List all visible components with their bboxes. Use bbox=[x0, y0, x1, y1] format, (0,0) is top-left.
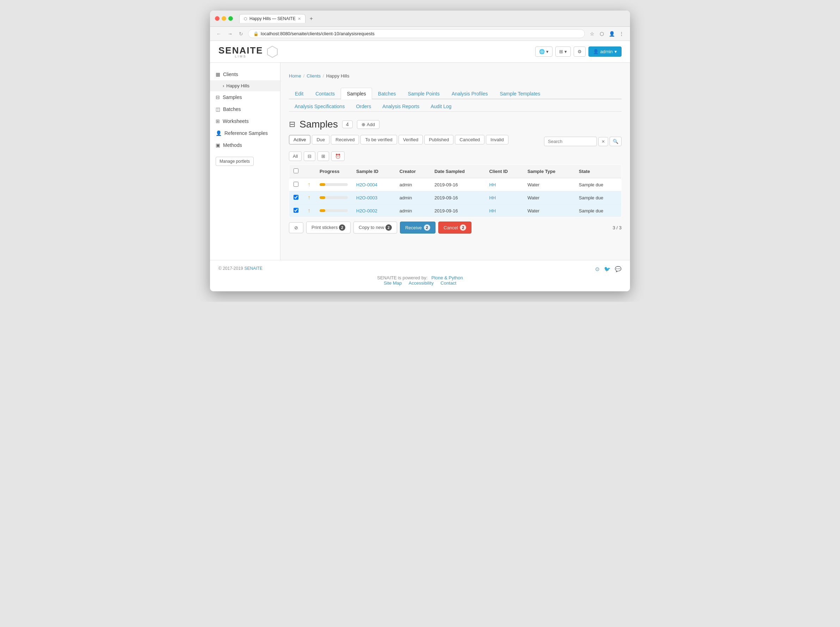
sidebar-item-clients[interactable]: ▦ Clients bbox=[210, 68, 280, 80]
status-filters: Active Due Received To be verified Verif… bbox=[289, 135, 508, 145]
tab-analysis-reports[interactable]: Analysis Reports bbox=[377, 101, 425, 111]
search-clear-button[interactable]: ✕ bbox=[598, 137, 608, 146]
samples-count-badge: 4 bbox=[342, 120, 353, 128]
sidebar-item-methods[interactable]: ▣ Methods bbox=[210, 139, 280, 151]
breadcrumb-home[interactable]: Home bbox=[289, 73, 301, 79]
row-checkbox-cell[interactable] bbox=[289, 204, 303, 217]
tab-close-icon[interactable]: ✕ bbox=[298, 17, 301, 21]
new-tab-button[interactable]: + bbox=[307, 15, 315, 22]
plone-python-link[interactable]: Plone & Python bbox=[431, 275, 463, 280]
search-go-button[interactable]: 🔍 bbox=[610, 137, 621, 146]
site-map-link[interactable]: Site Map bbox=[384, 280, 402, 286]
up-arrow-icon: ↑ bbox=[307, 208, 310, 213]
methods-icon: ▣ bbox=[216, 142, 220, 148]
active-tab[interactable]: ⬡ Happy Hills — SENAITE ✕ bbox=[239, 14, 306, 23]
row-checkbox-cell[interactable] bbox=[289, 178, 303, 191]
tab-edit[interactable]: Edit bbox=[289, 88, 309, 99]
sample-id-link[interactable]: H2O-0003 bbox=[356, 195, 377, 200]
filter-due[interactable]: Due bbox=[312, 135, 329, 145]
client-id-link[interactable]: HH bbox=[489, 195, 496, 200]
tab-audit-log[interactable]: Audit Log bbox=[425, 101, 457, 111]
clear-action-button[interactable]: ⊘ bbox=[289, 222, 303, 233]
chat-icon[interactable]: 💬 bbox=[615, 266, 621, 272]
tab-sample-points[interactable]: Sample Points bbox=[402, 88, 445, 99]
add-button[interactable]: ⊕ Add bbox=[357, 120, 380, 129]
star-icon[interactable]: ☆ bbox=[588, 30, 596, 37]
clock-button[interactable]: ⏰ bbox=[331, 151, 345, 161]
tab-analysis-specifications[interactable]: Analysis Specifications bbox=[289, 101, 350, 111]
github-icon[interactable]: ⊙ bbox=[595, 266, 600, 272]
tab-samples[interactable]: Samples bbox=[341, 88, 372, 99]
row-checkbox[interactable] bbox=[293, 208, 298, 213]
tab-contacts[interactable]: Contacts bbox=[309, 88, 341, 99]
select-all-checkbox[interactable] bbox=[293, 169, 298, 173]
sidebar-item-reference-samples[interactable]: 👤 Reference Samples bbox=[210, 127, 280, 139]
twitter-icon[interactable]: 🐦 bbox=[604, 266, 611, 272]
globe-button[interactable]: 🌐 ▾ bbox=[535, 47, 553, 57]
accessibility-link[interactable]: Accessibility bbox=[409, 280, 434, 286]
contact-link[interactable]: Contact bbox=[440, 280, 456, 286]
maximize-button[interactable] bbox=[229, 16, 233, 21]
url-bar[interactable]: 🔒 localhost:8080/senaite/clients/client-… bbox=[248, 29, 585, 38]
print-stickers-button[interactable]: Print stickers 2 bbox=[306, 222, 351, 233]
extension-icon[interactable]: ⬡ bbox=[598, 30, 605, 37]
tab-analysis-profiles[interactable]: Analysis Profiles bbox=[446, 88, 494, 99]
row-creator-cell: admin bbox=[396, 191, 430, 204]
sidebar-item-batches[interactable]: ◫ Batches bbox=[210, 103, 280, 115]
col-client-id: Client ID bbox=[485, 165, 523, 178]
profile-icon[interactable]: 👤 bbox=[608, 30, 615, 37]
back-button[interactable]: ← bbox=[215, 30, 223, 37]
client-id-link[interactable]: HH bbox=[489, 208, 496, 213]
receive-button[interactable]: Receive 2 bbox=[400, 222, 435, 233]
bottom-actions: ⊘ Print stickers 2 Copy to new 2 Receive… bbox=[289, 222, 621, 233]
breadcrumb-clients[interactable]: Clients bbox=[307, 73, 321, 79]
manage-portlets-button[interactable]: Manage portlets bbox=[216, 157, 254, 166]
settings-button[interactable]: ⚙ bbox=[574, 47, 586, 57]
row-creator-cell: admin bbox=[396, 204, 430, 217]
client-id-link[interactable]: HH bbox=[489, 182, 496, 187]
filter-verified[interactable]: Verified bbox=[399, 135, 423, 145]
grid-button[interactable]: ⊞ ▾ bbox=[555, 47, 571, 57]
move-button[interactable]: ⊞ bbox=[317, 151, 329, 161]
select-all-button[interactable]: All bbox=[289, 151, 302, 161]
logo: SENAITE LIMS bbox=[219, 45, 279, 58]
admin-button[interactable]: 👤 admin ▾ bbox=[588, 47, 621, 57]
cancel-button[interactable]: Cancel 2 bbox=[438, 222, 471, 233]
logo-text-group: SENAITE LIMS bbox=[219, 45, 263, 58]
close-button[interactable] bbox=[215, 16, 219, 21]
tab-sample-templates[interactable]: Sample Templates bbox=[494, 88, 546, 99]
filter-invalid[interactable]: Invalid bbox=[486, 135, 508, 145]
row-sample-type-cell: Water bbox=[523, 178, 575, 191]
footer-brand-link[interactable]: SENAITE bbox=[244, 266, 263, 271]
sample-id-link[interactable]: H2O-0002 bbox=[356, 208, 377, 213]
menu-icon[interactable]: ⋮ bbox=[618, 30, 625, 37]
filter-received[interactable]: Received bbox=[331, 135, 359, 145]
reference-samples-icon: 👤 bbox=[216, 130, 222, 136]
sidebar-item-happy-hills[interactable]: › Happy Hills bbox=[210, 80, 280, 91]
tab-batches[interactable]: Batches bbox=[372, 88, 402, 99]
sidebar-item-label: Methods bbox=[223, 142, 242, 148]
row-checkbox-cell[interactable] bbox=[289, 191, 303, 204]
filter-cancelled[interactable]: Cancelled bbox=[455, 135, 484, 145]
progress-bar-bg bbox=[320, 183, 348, 186]
filter-active[interactable]: Active bbox=[289, 135, 310, 145]
row-creator-cell: admin bbox=[396, 178, 430, 191]
forward-button[interactable]: → bbox=[226, 30, 234, 37]
sidebar-item-samples[interactable]: ⊟ Samples bbox=[210, 91, 280, 103]
add-label: Add bbox=[367, 122, 375, 127]
sidebar-item-worksheets[interactable]: ⊞ Worksheets bbox=[210, 115, 280, 127]
receive-label: Receive bbox=[405, 225, 422, 230]
reload-button[interactable]: ↻ bbox=[238, 30, 244, 37]
row-checkbox[interactable] bbox=[293, 182, 298, 187]
filter-to-be-verified[interactable]: To be verified bbox=[361, 135, 397, 145]
sample-id-link[interactable]: H2O-0004 bbox=[356, 182, 377, 187]
col-state: State bbox=[575, 165, 621, 178]
copy-button[interactable]: ⊟ bbox=[304, 151, 315, 161]
copy-to-new-button[interactable]: Copy to new 2 bbox=[353, 222, 397, 233]
minimize-button[interactable] bbox=[222, 16, 226, 21]
filter-published[interactable]: Published bbox=[424, 135, 454, 145]
cancel-badge: 2 bbox=[460, 224, 466, 231]
row-checkbox[interactable] bbox=[293, 195, 298, 200]
search-input[interactable] bbox=[544, 137, 597, 146]
tab-orders[interactable]: Orders bbox=[350, 101, 377, 111]
